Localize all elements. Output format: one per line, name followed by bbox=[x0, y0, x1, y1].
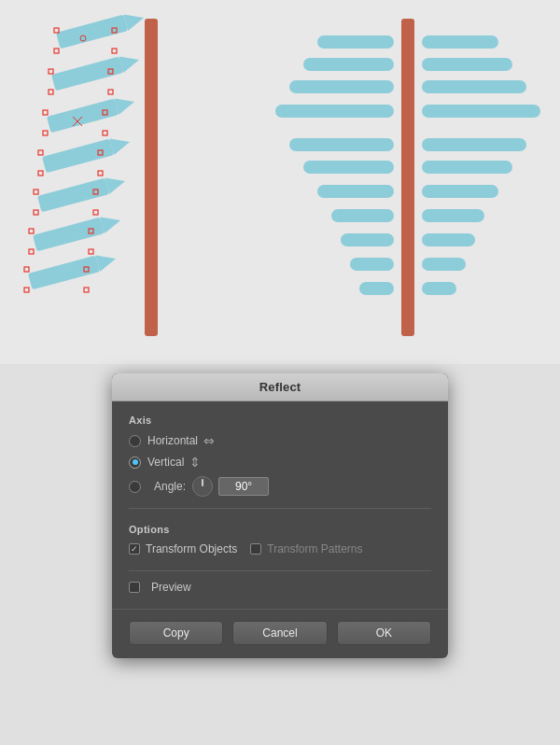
svg-rect-52 bbox=[289, 80, 394, 93]
options-divider bbox=[129, 570, 431, 571]
svg-rect-58 bbox=[303, 161, 394, 174]
svg-rect-60 bbox=[317, 185, 394, 198]
transform-objects-label: Transform Objects bbox=[146, 542, 237, 555]
reflect-dialog: Reflect Axis Horizontal ⇔ Vertical ⇕ bbox=[112, 373, 448, 658]
svg-rect-69 bbox=[422, 282, 456, 295]
horizontal-icon: ⇔ bbox=[203, 433, 215, 448]
transform-patterns-checkbox[interactable] bbox=[250, 543, 261, 555]
horizontal-radio[interactable]: Horizontal ⇔ bbox=[129, 433, 431, 448]
svg-rect-50 bbox=[303, 58, 394, 71]
angle-row: Angle: bbox=[129, 476, 431, 497]
dialog-title: Reflect bbox=[259, 380, 301, 394]
horizontal-radio-circle[interactable] bbox=[129, 435, 141, 447]
svg-rect-65 bbox=[422, 233, 475, 246]
angle-radio-label: Angle: bbox=[154, 480, 186, 493]
axis-section: Axis Horizontal ⇔ Vertical ⇕ Angle: bbox=[129, 415, 431, 497]
angle-dial[interactable] bbox=[192, 476, 213, 497]
illustration-area bbox=[0, 0, 560, 364]
preview-checkbox[interactable] bbox=[129, 582, 140, 593]
axis-divider bbox=[129, 508, 431, 509]
svg-rect-51 bbox=[422, 58, 512, 71]
svg-rect-61 bbox=[422, 185, 498, 198]
svg-rect-66 bbox=[350, 258, 394, 271]
cancel-button[interactable]: Cancel bbox=[232, 621, 327, 645]
svg-rect-55 bbox=[422, 105, 540, 118]
transform-patterns-row[interactable]: Transform Patterns bbox=[250, 542, 362, 555]
options-section: Options Transform Objects Transform Patt… bbox=[129, 518, 431, 559]
transform-objects-checkbox[interactable] bbox=[129, 543, 140, 555]
svg-rect-64 bbox=[341, 233, 394, 246]
button-row: Copy Cancel OK bbox=[112, 609, 448, 658]
vertical-radio-label: Vertical bbox=[147, 456, 184, 469]
horizontal-radio-label: Horizontal bbox=[147, 434, 198, 447]
transform-patterns-label: Transform Patterns bbox=[267, 542, 362, 555]
svg-rect-68 bbox=[359, 282, 394, 295]
svg-rect-49 bbox=[422, 35, 498, 49]
svg-rect-67 bbox=[422, 258, 466, 271]
dialog-titlebar: Reflect bbox=[112, 373, 448, 401]
illustration-svg bbox=[0, 0, 560, 364]
svg-rect-57 bbox=[422, 138, 526, 151]
svg-rect-54 bbox=[275, 105, 394, 118]
svg-point-8 bbox=[80, 35, 86, 41]
vertical-radio-circle[interactable] bbox=[129, 457, 141, 469]
dialog-overlay: Reflect Axis Horizontal ⇔ Vertical ⇕ bbox=[0, 364, 560, 745]
svg-rect-59 bbox=[422, 161, 512, 174]
svg-rect-1 bbox=[145, 19, 158, 336]
svg-rect-0 bbox=[0, 0, 560, 364]
svg-rect-53 bbox=[422, 80, 526, 93]
transform-objects-row[interactable]: Transform Objects bbox=[129, 542, 237, 555]
svg-rect-47 bbox=[401, 19, 414, 336]
angle-input[interactable] bbox=[218, 477, 269, 496]
vertical-icon: ⇕ bbox=[189, 455, 201, 470]
axis-label: Axis bbox=[129, 415, 431, 426]
options-checkboxes: Transform Objects Transform Patterns bbox=[129, 542, 431, 559]
svg-rect-63 bbox=[422, 209, 484, 222]
ok-button[interactable]: OK bbox=[337, 621, 431, 645]
svg-rect-48 bbox=[317, 35, 394, 49]
svg-rect-62 bbox=[331, 209, 394, 222]
options-label: Options bbox=[129, 524, 431, 535]
preview-label: Preview bbox=[151, 581, 191, 594]
vertical-radio[interactable]: Vertical ⇕ bbox=[129, 455, 431, 470]
copy-button[interactable]: Copy bbox=[129, 621, 223, 645]
dialog-body: Axis Horizontal ⇔ Vertical ⇕ Angle: bbox=[112, 401, 448, 609]
preview-row[interactable]: Preview bbox=[129, 581, 431, 594]
angle-radio-circle[interactable] bbox=[129, 481, 141, 493]
svg-rect-56 bbox=[289, 138, 394, 151]
